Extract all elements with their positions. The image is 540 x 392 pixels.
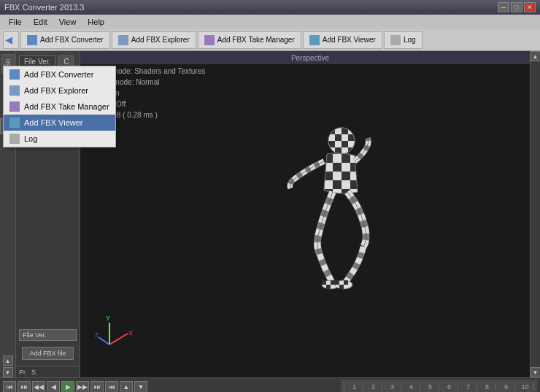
svg-rect-8 [342,141,348,147]
toolbar: ◀ Add FBX Converter Add FBX Explorer Add… [0,29,540,51]
viewport[interactable]: Perspective Display mode: Shaders and Te… [80,51,540,377]
time-mark-1: 1 [344,383,363,391]
add-fbx-file-button[interactable]: Add FBX file [22,347,74,360]
viewport-header: Perspective [80,51,540,64]
menu-file[interactable]: File [3,15,28,29]
dropdown-converter-icon [9,69,20,80]
svg-rect-29 [344,280,348,285]
time-mark-2: 2 [363,383,382,391]
svg-text:Z: Z [95,331,99,338]
dropdown-take-icon [9,101,20,112]
play-fast-forward[interactable]: ▶▶ [76,381,89,392]
time-mark-11: 11 [533,383,537,391]
svg-rect-15 [333,163,342,172]
window-controls: ─ □ ✕ [498,2,536,12]
svg-line-35 [99,337,109,345]
add-fbx-converter-btn[interactable]: Add FBX Converter [20,31,110,49]
svg-rect-19 [333,180,342,189]
svg-rect-24 [322,280,326,285]
log-icon [390,35,401,45]
dropdown-item-viewer[interactable]: Add FBX Viewer [4,115,115,131]
take-manager-icon [204,35,215,45]
converter-icon [27,35,37,45]
character-svg [239,119,400,309]
menu-edit[interactable]: Edit [28,15,53,29]
svg-rect-20 [350,180,359,189]
svg-rect-10 [348,147,355,154]
menu-bar: File Edit View Help [0,15,540,29]
explorer-icon [118,35,128,45]
svg-rect-26 [326,285,331,289]
play-forward[interactable]: ▶ [61,381,74,392]
time-mark-6: 6 [439,383,458,391]
axis-gizmo: X Y Z [95,312,139,356]
time-mark-4: 4 [401,383,420,391]
svg-rect-18 [342,172,350,180]
svg-rect-14 [342,154,350,163]
time-mark-3: 3 [382,383,401,391]
scroll-up-arrow[interactable]: ▲ [531,51,541,61]
play-skip-start[interactable]: ⏮ [3,381,16,392]
dropdown-log-icon [9,134,20,144]
svg-rect-30 [339,285,344,289]
play-down[interactable]: ▼ [134,381,147,392]
file-ver-button[interactable]: File Ver. [19,329,77,341]
time-mark-9: 9 [495,383,514,391]
timeline-marks: 1 2 3 4 5 6 7 8 9 10 11 12 13 16 17 18 1… [344,383,537,391]
log-btn[interactable]: Log [384,31,423,49]
title-bar: FBX Converter 2013.3 ─ □ ✕ [0,0,540,15]
dropdown-menu: Add FBX Converter Add FBX Explorer Add F… [3,66,116,147]
dropdown-item-log[interactable]: Log [4,131,115,147]
svg-text:X: X [128,329,133,337]
viewport-scrollbar: ▲ ▼ [530,51,540,377]
sidebar-scroll-up[interactable]: ▲ [3,356,13,366]
svg-rect-3 [328,128,335,134]
props-area: Pr S [16,366,80,377]
viewer-icon [309,35,320,45]
play-up[interactable]: ▲ [120,381,133,392]
play-next-key[interactable]: ⏭ [90,381,104,392]
svg-rect-16 [350,163,359,172]
dropdown-item-take-manager[interactable]: Add FBX Take Manager [4,99,115,115]
playback-controls: ⏮ ⏭ ◀◀ ◀ ▶ ▶▶ ⏭ ⏮ ▲ ▼ 1 2 3 4 5 6 7 8 9 … [0,378,540,392]
dropdown-item-explorer[interactable]: Add FBX Explorer [4,82,115,99]
dropdown-item-converter[interactable]: Add FBX Converter [4,66,115,82]
add-fbx-explorer-btn[interactable]: Add FBX Explorer [112,31,196,49]
play-skip-end[interactable]: ⏮ [105,381,118,392]
menu-view[interactable]: View [53,15,82,29]
play-step-back[interactable]: ◀ [47,381,60,392]
minimize-button[interactable]: ─ [498,2,509,12]
timeline: ⏮ ⏭ ◀◀ ◀ ▶ ▶▶ ⏭ ⏮ ▲ ▼ 1 2 3 4 5 6 7 8 9 … [0,377,540,392]
scroll-down-arrow[interactable]: ▼ [531,367,541,377]
dropdown-viewer-icon [9,118,20,128]
svg-rect-28 [335,280,339,285]
svg-rect-13 [324,154,333,163]
time-mark-5: 5 [420,383,439,391]
add-fbx-viewer-btn[interactable]: Add FBX Viewer [303,31,382,49]
character-3d [239,119,400,310]
add-fbx-take-manager-btn[interactable]: Add FBX Take Manager [198,31,301,49]
time-mark-7: 7 [458,383,477,391]
time-mark-10: 10 [514,383,533,391]
svg-text:Y: Y [106,315,110,322]
app-title: FBX Converter 2013.3 [4,3,84,12]
maximize-button[interactable]: □ [511,2,522,12]
play-reverse[interactable]: ◀◀ [32,381,45,392]
s-label: S [31,369,36,376]
svg-rect-25 [331,280,335,285]
close-button[interactable]: ✕ [524,2,536,12]
timeline-ruler[interactable]: 1 2 3 4 5 6 7 8 9 10 11 12 13 16 17 18 1… [341,380,537,392]
time-mark-8: 8 [477,383,495,391]
pr-label: Pr [19,369,26,376]
svg-line-31 [109,334,128,345]
menu-help[interactable]: Help [82,15,110,29]
toolbar-back-btn[interactable]: ◀ [3,31,19,49]
play-prev-key[interactable]: ⏭ [18,381,31,392]
svg-rect-5 [335,134,342,141]
dropdown-explorer-icon [9,85,20,96]
sidebar-scroll-down[interactable]: ▼ [3,367,13,377]
